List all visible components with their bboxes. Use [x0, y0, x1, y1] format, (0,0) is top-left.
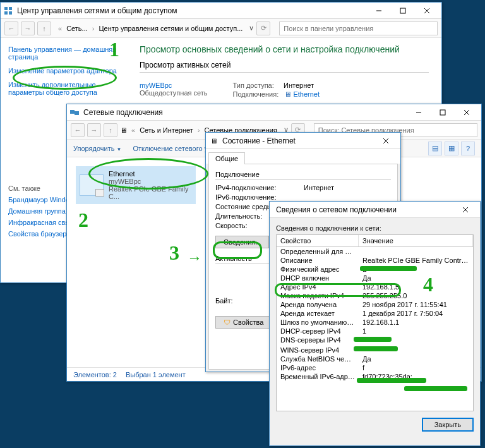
network-name[interactable]: myWEBpc — [140, 82, 208, 89]
table-row[interactable]: DNS-серверы IPv4 — [277, 336, 473, 344]
breadcrumb[interactable]: Сеть... — [66, 25, 88, 32]
breadcrumb[interactable]: Сеть и Интернет — [140, 126, 193, 134]
adapter-item[interactable]: Ethernet myWEBpc Realtek PCIe GBE Family… — [76, 166, 196, 204]
network-center-icon — [3, 6, 13, 16]
minimize-button[interactable] — [367, 3, 391, 18]
control-panel-home-link[interactable]: Панель управления — домашняя страница — [8, 45, 119, 61]
page-title: Просмотр основных сведений о сети и наст… — [140, 44, 429, 54]
svg-rect-13 — [440, 110, 445, 115]
connection-link[interactable]: Ethernet — [293, 90, 320, 98]
help-icon[interactable]: ? — [461, 142, 475, 155]
view-icon[interactable]: ▤ — [428, 142, 442, 155]
table-row[interactable]: ОписаниеRealtek PCIe GBE Family Controll… — [277, 256, 473, 265]
tab-general[interactable]: Общие — [208, 152, 245, 164]
table-row[interactable]: Определенный для по... — [277, 247, 473, 256]
properties-button[interactable]: 🛡Свойства — [215, 316, 272, 329]
address-bar: ← → ↑ « Сеть... › Центр управления сетям… — [1, 19, 441, 38]
adapter-device: Realtek PCIe GBE Family C... — [109, 185, 192, 200]
svg-rect-0 — [4, 7, 8, 10]
window-title: Состояние - Ethernet — [222, 136, 374, 145]
ethernet-icon: 🖥 — [208, 136, 219, 146]
details-button[interactable]: Сведения... — [215, 236, 269, 248]
svg-rect-3 — [9, 11, 12, 15]
access-value: Интернет — [284, 82, 314, 89]
table-row[interactable]: WINS-сервер IPv4 — [277, 346, 473, 354]
maximize-button[interactable] — [431, 105, 455, 120]
up-button[interactable]: ↑ — [104, 123, 117, 137]
svg-rect-2 — [4, 11, 8, 15]
change-adapter-settings-link[interactable]: Изменение параметров адаптера — [8, 67, 119, 75]
titlebar[interactable]: Центр управления сетями и общим доступом — [1, 3, 441, 19]
window-title: Сведения о сетевом подключении — [272, 205, 453, 214]
table-row[interactable]: Маска подсети IPv4255.255.255.0 — [277, 291, 473, 300]
svg-rect-11 — [75, 111, 79, 115]
view-options-icon[interactable]: ▦ — [445, 142, 458, 155]
path-icon: 🖥 — [120, 126, 127, 134]
titlebar[interactable]: Сведения о сетевом подключении — [270, 202, 480, 218]
details-table: Свойство Значение Определенный для по...… — [276, 234, 474, 411]
table-row[interactable]: DHCP-сервер IPv41 — [277, 327, 473, 336]
back-button[interactable]: ← — [4, 21, 18, 35]
monitor-icon: 🖥 — [284, 90, 291, 98]
window-title: Сетевые подключения — [83, 108, 407, 117]
item-count: Элементов: 2 — [73, 371, 117, 378]
network-type: Общедоступная сеть — [140, 89, 208, 97]
table-row[interactable]: Аренда получена29 ноября 2017 г. 11:55:4… — [277, 300, 473, 309]
close-button[interactable] — [374, 133, 398, 148]
details-label: Сведения о подключении к сети: — [276, 224, 474, 232]
close-button[interactable] — [453, 202, 477, 217]
titlebar[interactable]: Сетевые подключения — [67, 104, 481, 121]
connection-group: Подключение — [215, 171, 391, 180]
close-dialog-button[interactable]: Закрыть — [422, 418, 474, 432]
table-row[interactable]: Адрес IPv4192.168.1.5 — [277, 282, 473, 291]
selection-count: Выбран 1 элемент — [126, 371, 186, 378]
col-property[interactable]: Свойство — [277, 235, 359, 246]
minimize-button[interactable] — [407, 105, 431, 120]
adapter-icon — [80, 174, 104, 196]
table-row[interactable]: IPv6-адресf — [277, 363, 473, 372]
svg-rect-10 — [70, 110, 75, 114]
table-row[interactable]: Служба NetBIOS через...Да — [277, 354, 473, 363]
table-row[interactable]: Временный IPv6-адресfd70:723c:35da: — [277, 372, 473, 381]
refresh-icon[interactable]: ⟳ — [256, 21, 270, 35]
adapter-name: Ethernet — [109, 170, 192, 178]
maximize-button[interactable] — [391, 3, 415, 18]
back-button[interactable]: ← — [71, 123, 85, 137]
forward-button[interactable]: → — [87, 123, 101, 137]
svg-rect-1 — [9, 7, 12, 10]
titlebar[interactable]: 🖥 Состояние - Ethernet — [206, 133, 400, 149]
table-row[interactable]: DHCP включенДа — [277, 274, 473, 282]
forward-button[interactable]: → — [21, 21, 35, 35]
up-button[interactable]: ↑ — [37, 21, 51, 35]
active-networks-group: Просмотр активных сетей — [140, 61, 429, 73]
window-title: Центр управления сетями и общим доступом — [17, 6, 367, 15]
breadcrumb[interactable]: Центр управления сетями и общим доступ..… — [99, 25, 242, 32]
details-dialog: Сведения о сетевом подключении Сведения … — [269, 201, 481, 446]
col-value[interactable]: Значение — [359, 235, 473, 246]
close-button[interactable] — [415, 3, 439, 18]
table-row[interactable]: Физический адресB — [277, 265, 473, 274]
organize-menu[interactable]: Упорядочить▼ — [73, 145, 121, 152]
table-row[interactable]: Аренда истекает1 декабря 2017 г. 7:50:04 — [277, 309, 473, 318]
close-button[interactable] — [455, 105, 479, 120]
search-input[interactable] — [279, 21, 438, 35]
shield-icon: 🛡 — [224, 318, 231, 326]
advanced-sharing-link[interactable]: Изменить дополнительные параметры общего… — [8, 81, 119, 96]
table-row[interactable]: Шлюз по умолчанию IP...192.168.1.1 — [277, 318, 473, 327]
adapter-network: myWEBpc — [109, 178, 192, 185]
network-icon — [69, 107, 80, 118]
svg-rect-5 — [400, 8, 405, 13]
